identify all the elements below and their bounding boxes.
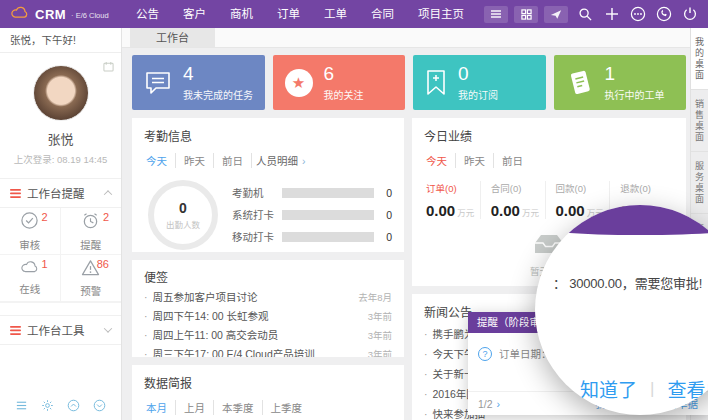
card-my-follows[interactable]: 6 我的关注 xyxy=(273,55,406,110)
reminder-alerts[interactable]: 2 提醒 xyxy=(61,208,122,255)
chevron-down-icon xyxy=(104,324,112,332)
tab-today[interactable]: 今天 xyxy=(424,153,456,168)
menu-item-work-orders[interactable]: 工单 xyxy=(312,0,359,28)
user-name: 张悦 xyxy=(0,129,121,148)
power-logout-icon[interactable] xyxy=(681,6,698,23)
stat-unit: 万元 xyxy=(457,208,474,218)
card-value: 1 xyxy=(605,64,665,83)
notes-list: 周五参加客户项目讨论 去年8月 周四下午14: 00 长虹参观 3年前 周四上午… xyxy=(144,288,392,357)
bar-track xyxy=(282,232,374,242)
card-active-work-orders[interactable]: 1 执行中的工单 xyxy=(554,55,687,110)
attendance-row: 考勤机 0 xyxy=(232,185,392,200)
card-value: 6 xyxy=(324,64,364,83)
stat-label: 退款(0) xyxy=(620,181,674,195)
magnified-approval-text: ： 30000.00，需要您审批! xyxy=(553,273,702,292)
data-report-panel: 数据简报 本月 上月 本季度 上季度 xyxy=(132,365,404,420)
circle-chevron-down-icon[interactable] xyxy=(93,398,106,416)
row-label: 移动打卡 xyxy=(232,229,282,244)
reminder-audit[interactable]: 2 审核 xyxy=(0,208,61,255)
card-value: 0 xyxy=(458,64,498,83)
brand-name: CRM xyxy=(35,7,66,22)
row-label: 系统打卡 xyxy=(232,207,282,222)
circle-chevron-up-icon[interactable] xyxy=(67,398,80,416)
personnel-detail-link[interactable]: 人员明细 xyxy=(256,153,306,168)
topbar: CRM · E/6 Cloud 公告 客户 商机 订单 工单 合同 项目主页 xyxy=(0,0,708,28)
tab-yesterday[interactable]: 昨天 xyxy=(176,153,214,168)
tab-my-desktop[interactable]: 我的桌面 xyxy=(691,28,708,90)
note-item[interactable]: 周四上午11: 00 高交会动员 3年前 xyxy=(144,326,392,345)
calendar-icon[interactable] xyxy=(103,58,114,76)
more-options-icon[interactable] xyxy=(629,6,646,23)
badge-count: 2 xyxy=(103,211,109,223)
acknowledge-button-magnified[interactable]: 知道了 xyxy=(580,375,637,402)
send-announce-icon[interactable] xyxy=(544,6,568,23)
menu-item-orders[interactable]: 订单 xyxy=(265,0,312,28)
stat-orders: 订单(0) 0.00万元 xyxy=(424,181,480,219)
brand-suffix: · E/6 Cloud xyxy=(71,11,109,20)
list-settings-icon[interactable] xyxy=(15,398,28,416)
topbar-right-icons xyxy=(577,6,708,23)
chat-bubble-icon xyxy=(144,70,172,96)
tab-this-quarter[interactable]: 本季度 xyxy=(214,400,263,415)
reminder-online[interactable]: 1 在线 xyxy=(0,255,61,302)
reminders-grid: 2 审核 2 提醒 1 在线 86 xyxy=(0,208,121,303)
card-my-subscriptions[interactable]: 0 我的订阅 xyxy=(413,55,546,110)
menu-item-contracts[interactable]: 合同 xyxy=(359,0,406,28)
left-column: 考勤信息 今天 昨天 前日 人员明细 0 出勤人数 xyxy=(132,118,404,420)
badge-count: 2 xyxy=(41,211,47,223)
profile-card: 张悦 上次登录: 08.19 14:45 xyxy=(0,53,121,166)
question-circle-icon xyxy=(478,347,492,361)
bar-track xyxy=(282,210,374,220)
note-time: 3年前 xyxy=(368,307,392,326)
section-workbench-reminders[interactable]: 工作台提醒 xyxy=(0,178,121,208)
note-time: 3年前 xyxy=(368,345,392,357)
popup-pagination[interactable]: 1/2 xyxy=(478,398,500,410)
tab-yesterday[interactable]: 昨天 xyxy=(456,153,494,168)
row-value: 0 xyxy=(374,187,392,199)
reminder-label: 审核 xyxy=(19,237,40,252)
list-menu-icon[interactable] xyxy=(484,6,508,23)
note-text: 周五参加客户项目讨论 xyxy=(153,288,353,307)
reminder-label: 在线 xyxy=(19,281,40,296)
tab-day-before[interactable]: 前日 xyxy=(214,153,252,168)
menu-item-project-home[interactable]: 项目主页 xyxy=(406,0,476,28)
menu-item-customers[interactable]: 客户 xyxy=(171,0,218,28)
tab-workbench[interactable]: 工作台 xyxy=(130,28,215,47)
apps-grid-icon[interactable] xyxy=(514,6,538,23)
stat-value: 0.00 xyxy=(426,202,455,219)
main-menu: 公告 客户 商机 订单 工单 合同 项目主页 xyxy=(124,0,476,28)
alarm-clock-icon xyxy=(81,211,100,234)
tab-this-month[interactable]: 本月 xyxy=(144,400,176,415)
search-icon[interactable] xyxy=(577,6,594,23)
reminder-warnings[interactable]: 86 预警 xyxy=(61,255,122,302)
note-item[interactable]: 周五参加客户项目讨论 去年8月 xyxy=(144,288,392,307)
card-unfinished-tasks[interactable]: 4 我未完成的任务 xyxy=(132,55,265,110)
tab-sales-desktop[interactable]: 销售桌面 xyxy=(691,90,708,152)
menu-item-opportunities[interactable]: 商机 xyxy=(218,0,265,28)
red-bars-icon xyxy=(10,321,21,339)
section-workbench-tools[interactable]: 工作台工具 xyxy=(0,315,121,345)
last-login: 上次登录: 08.19 14:45 xyxy=(0,152,121,166)
panel-title: 考勤信息 xyxy=(144,127,392,144)
notes-panel: 便签 周五参加客户项目讨论 去年8月 周四下午14: 00 长虹参观 3年前 xyxy=(132,260,404,357)
tab-last-month[interactable]: 上月 xyxy=(176,400,214,415)
gear-icon[interactable] xyxy=(41,398,54,416)
badge-count: 1 xyxy=(41,258,47,270)
menu-item-announcements[interactable]: 公告 xyxy=(124,0,171,28)
card-label: 执行中的工单 xyxy=(605,87,665,102)
brand[interactable]: CRM · E/6 Cloud xyxy=(0,5,124,23)
tab-day-before[interactable]: 前日 xyxy=(494,153,531,168)
card-value: 4 xyxy=(183,64,253,83)
phone-icon[interactable] xyxy=(655,6,672,23)
note-item[interactable]: 周四下午14: 00 长虹参观 3年前 xyxy=(144,307,392,326)
avatar[interactable] xyxy=(33,65,89,121)
row-value: 0 xyxy=(374,231,392,243)
tabstrip: 工作台 xyxy=(122,28,690,48)
note-item[interactable]: 周三下午17: 00 E/4 Cloud产品培训 3年前 xyxy=(144,345,392,357)
tab-today[interactable]: 今天 xyxy=(144,153,176,168)
stat-value: 0.00 xyxy=(556,202,585,219)
tab-service-desktop[interactable]: 服务桌面 xyxy=(691,152,708,214)
tab-last-quarter[interactable]: 上季度 xyxy=(263,400,311,415)
add-icon[interactable] xyxy=(603,6,620,23)
attendance-body: 0 出勤人数 考勤机 0 系统打卡 xyxy=(144,178,392,251)
